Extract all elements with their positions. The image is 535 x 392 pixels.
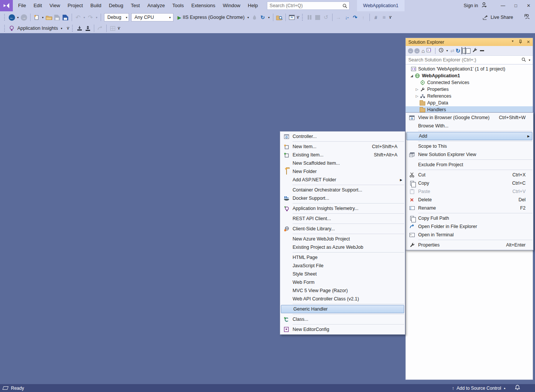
attach-to-process-icon[interactable] [288,13,296,22]
menu-help[interactable]: Help [244,0,262,11]
start-debugging-button[interactable]: ▶ [178,15,181,20]
document-title-tab[interactable]: WebApplication1 [357,0,405,11]
live-share-button[interactable]: Live Share [482,15,513,20]
pause-button[interactable] [306,13,313,22]
submenu-item-client-side-library[interactable]: Client-Side Library... [280,225,405,233]
submenu-item-new-scaffolded-item[interactable]: New Scaffolded Item... [280,159,405,167]
search-icon[interactable] [340,3,349,8]
menu-item-copy[interactable]: Copy Ctrl+C [406,179,533,187]
tree-row-app-data[interactable]: App_Data [406,100,533,106]
tree-row-project[interactable]: ◢ WebApplication1 [406,72,533,79]
find-in-files-button[interactable] [276,13,283,22]
undo-dropdown[interactable]: ▼ [82,16,86,19]
pin-icon[interactable] [519,40,522,45]
import-data-alt-icon[interactable] [84,24,92,33]
toolbar-grip[interactable] [4,25,6,32]
solution-explorer-title-bar[interactable]: Solution Explorer ▼ ✕ [406,38,533,46]
expander-collapsed-icon[interactable]: ▷ [415,87,419,91]
menu-item-cut[interactable]: Cut Ctrl+X [406,171,533,179]
submenu-item-container-orchestrator-support[interactable]: Container Orchestrator Support... [280,186,405,194]
add-to-source-control-button[interactable]: Add to Source Control [457,386,501,391]
window-position-dropdown-icon[interactable]: ▼ [511,40,514,45]
tree-row-properties[interactable]: ▷ Properties [406,86,533,93]
notifications-bell-icon[interactable] [515,385,520,391]
submenu-item-add-aspnet-folder[interactable]: Add ASP.NET Folder ▶ [280,176,405,184]
menu-item-view-in-browser[interactable]: View in Browser (Google Chrome) Ctrl+Shi… [406,113,533,122]
menu-extensions[interactable]: Extensions [187,0,219,11]
navigate-forward-button[interactable]: → [20,13,28,22]
step-out-button[interactable]: ↑ [360,13,367,22]
redo-dropdown[interactable]: ▼ [95,16,99,19]
solution-platform-combo[interactable]: Any CPU▼ [131,13,173,21]
sign-in-button[interactable]: Sign in [464,3,478,8]
application-insights-label[interactable]: Application Insights [17,26,58,31]
menu-project[interactable]: Project [64,0,86,11]
submenu-item-new-item[interactable]: New Item... Ctrl+Shift+A [280,142,405,151]
filter-dropdown-icon[interactable]: ▼ [445,49,449,52]
menu-test[interactable]: Test [127,0,144,11]
submenu-item-new-editorconfig[interactable]: New EditorConfig [280,325,405,334]
toolbar-overflow-button[interactable]: ▼ [118,27,120,29]
minimize-button[interactable]: — [497,0,509,11]
close-button[interactable]: ✕ [522,0,535,11]
menu-item-add[interactable]: Add ▶ [406,132,532,140]
stop-button[interactable] [314,13,322,22]
menu-analyze[interactable]: Analyze [144,0,169,11]
search-icon[interactable] [520,57,527,63]
menu-item-open-in-terminal[interactable]: >_ Open in Terminal [406,231,533,239]
tree-row-connected-services[interactable]: Connected Services [406,79,533,86]
new-project-button[interactable] [33,13,40,22]
menu-view[interactable]: View [46,0,64,11]
quick-search-input[interactable] [267,3,340,8]
submenu-item-new-azure-webjob-project[interactable]: New Azure WebJob Project [280,235,405,243]
open-file-button[interactable] [45,13,53,22]
toolbar-overflow-button[interactable]: ▼ [67,27,69,29]
menu-edit[interactable]: Edit [30,0,46,11]
new-project-dropdown[interactable]: ▼ [41,16,45,19]
refresh-icon[interactable]: ↻ [455,47,460,54]
collapse-all-icon[interactable] [461,47,462,54]
send-feedback-icon[interactable] [524,14,530,21]
solution-configuration-combo[interactable]: Debug▼ [104,13,129,21]
redo-button[interactable]: ↷ [87,13,94,22]
show-all-files-toggle-icon[interactable] [480,50,484,51]
submenu-item-javascript-file[interactable]: JavaScript File [280,262,405,270]
pending-changes-filter-icon[interactable] [438,47,444,54]
restart-button[interactable]: ↺ [322,13,330,22]
menu-item-delete[interactable]: ✕ Delete Del [406,196,533,204]
submenu-item-docker-support[interactable]: Docker Support... [280,194,405,202]
solution-explorer-search-input[interactable] [406,57,520,63]
save-all-button[interactable] [62,13,69,22]
quick-search-box[interactable] [267,2,350,10]
submenu-item-existing-project-as-azure-webjob[interactable]: Existing Project as Azure WebJob [280,243,405,251]
step-over-button[interactable]: ↷ [351,13,359,22]
home-icon[interactable]: ⌂ [422,48,425,54]
undo-button[interactable]: ↶ [74,13,82,22]
properties-wrench-icon[interactable] [472,47,477,54]
menu-window[interactable]: Window [219,0,244,11]
submenu-item-style-sheet[interactable]: Style Sheet [280,270,405,278]
step-into-button[interactable]: ↓• [343,13,351,22]
source-control-dropdown-icon[interactable]: ▲ [503,387,506,389]
user-account-icon[interactable] [481,2,487,9]
menu-file[interactable]: File [14,0,30,11]
toolbar-grip[interactable] [302,14,304,21]
menu-item-browse-with[interactable]: Browse With... [406,122,533,130]
submenu-item-controller[interactable]: Controller... [280,132,405,141]
menu-debug[interactable]: Debug [105,0,127,11]
submenu-item-web-form[interactable]: Web Form [280,278,405,286]
close-icon[interactable]: ✕ [527,40,530,45]
menu-build[interactable]: Build [87,0,105,11]
menu-item-new-solution-explorer-view[interactable]: New Solution Explorer View [406,150,533,159]
submenu-item-class[interactable]: Class... [280,315,405,323]
solution-explorer-search[interactable]: ▼ [406,56,533,64]
refresh-button[interactable]: ↻ [259,13,267,22]
expander-collapsed-icon[interactable]: ▷ [415,94,419,98]
forward-icon[interactable]: → [414,48,420,54]
diagnostics-icon[interactable]: # [372,13,380,22]
back-icon[interactable]: ← [408,48,413,54]
refresh-dropdown[interactable]: ▼ [267,16,271,19]
sync-with-active-document-icon[interactable]: ⇄ [450,48,454,54]
menu-item-open-folder-in-file-explorer[interactable]: Open Folder in File Explorer [406,222,533,231]
application-insights-dropdown[interactable]: ▼ [60,27,64,30]
